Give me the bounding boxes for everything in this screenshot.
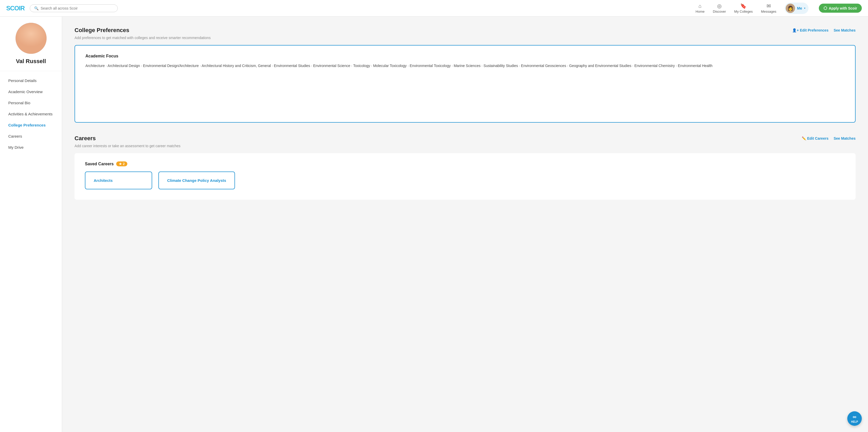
edit-preferences-icon: 👤+ bbox=[792, 28, 799, 32]
careers-subtitle: Add career interests or take an assessme… bbox=[74, 144, 856, 148]
profile-name: Val Russell bbox=[16, 58, 46, 65]
avatar: 👩 bbox=[786, 4, 795, 13]
careers-actions: ✏️ Edit Careers See Matches bbox=[802, 136, 856, 140]
home-icon: ⌂ bbox=[699, 3, 702, 9]
college-preferences-subtitle: Add preferences to get matched with coll… bbox=[74, 36, 856, 40]
search-icon: 🔍 bbox=[34, 6, 38, 10]
nav-messages-label: Messages bbox=[761, 9, 776, 13]
page-layout: Val Russell Personal Details Academic Ov… bbox=[0, 16, 868, 432]
search-input[interactable] bbox=[41, 6, 113, 10]
academic-focus-card: Academic Focus Architecture · Architectu… bbox=[74, 45, 856, 123]
main-nav: ⌂ Home ◎ Discover 🔖 My Colleges ✉ Messag… bbox=[695, 3, 809, 14]
college-preferences-title: College Preferences bbox=[74, 27, 129, 34]
sidebar-item-my-drive[interactable]: My Drive bbox=[4, 142, 58, 153]
careers-section: Careers ✏️ Edit Careers See Matches Add … bbox=[74, 135, 856, 200]
edit-careers-link[interactable]: ✏️ Edit Careers bbox=[802, 136, 828, 140]
nav-discover[interactable]: ◎ Discover bbox=[713, 3, 726, 13]
main-content: College Preferences 👤+ Edit Preferences … bbox=[62, 16, 868, 432]
saved-careers-label: Saved Careers bbox=[85, 162, 114, 166]
career-cards-container: Architects Climate Change Policy Analyst… bbox=[85, 171, 845, 189]
sidebar-item-personal-bio[interactable]: Personal Bio bbox=[4, 98, 58, 108]
discover-icon: ◎ bbox=[717, 3, 721, 9]
academic-focus-title: Academic Focus bbox=[85, 54, 845, 59]
career-card-architects[interactable]: Architects bbox=[85, 171, 152, 189]
messages-icon: ✉ bbox=[767, 3, 771, 9]
nav-messages[interactable]: ✉ Messages bbox=[761, 3, 776, 13]
search-bar[interactable]: 🔍 bbox=[30, 4, 118, 12]
sidebar: Val Russell Personal Details Academic Ov… bbox=[0, 16, 62, 432]
sidebar-item-academic-overview[interactable]: Academic Overview bbox=[4, 87, 58, 97]
apply-label: Apply with Scoir bbox=[829, 6, 857, 10]
me-label: Me bbox=[797, 6, 802, 10]
profile-section: Val Russell bbox=[0, 23, 62, 71]
sidebar-item-activities-achievements[interactable]: Activities & Achievements bbox=[4, 109, 58, 119]
nav-home-label: Home bbox=[695, 9, 705, 13]
careers-title: Careers bbox=[74, 135, 96, 142]
edit-preferences-link[interactable]: 👤+ Edit Preferences bbox=[792, 28, 828, 32]
saved-careers-header: Saved Careers ★ 2 bbox=[85, 161, 845, 166]
help-label: HELP bbox=[851, 420, 858, 423]
profile-photo bbox=[16, 23, 46, 54]
college-preferences-header: College Preferences 👤+ Edit Preferences … bbox=[74, 27, 856, 34]
me-menu[interactable]: 👩 Me ▾ bbox=[785, 3, 808, 14]
edit-careers-icon: ✏️ bbox=[802, 136, 806, 140]
chevron-down-icon: ▾ bbox=[804, 7, 805, 9]
my-colleges-icon: 🔖 bbox=[740, 3, 747, 9]
sidebar-navigation: Personal Details Academic Overview Perso… bbox=[0, 75, 62, 153]
saved-careers-badge: ★ 2 bbox=[116, 161, 127, 166]
sidebar-item-personal-details[interactable]: Personal Details bbox=[4, 75, 58, 86]
see-matches-link[interactable]: See Matches bbox=[834, 28, 856, 32]
careers-see-matches-link[interactable]: See Matches bbox=[834, 136, 856, 140]
nav-home[interactable]: ⌂ Home bbox=[695, 3, 705, 13]
careers-content-box: Saved Careers ★ 2 Architects Climate Cha… bbox=[74, 153, 856, 200]
apply-button[interactable]: ⬡ Apply with Scoir bbox=[819, 4, 862, 13]
college-preferences-actions: 👤+ Edit Preferences See Matches bbox=[792, 28, 856, 32]
profile-avatar bbox=[16, 23, 46, 54]
sidebar-item-careers[interactable]: Careers bbox=[4, 131, 58, 141]
college-preferences-section: College Preferences 👤+ Edit Preferences … bbox=[74, 27, 856, 123]
help-button[interactable]: ∞ HELP bbox=[847, 411, 862, 426]
app-header: SCOIR 🔍 ⌂ Home ◎ Discover 🔖 My Colleges … bbox=[0, 0, 868, 16]
academic-focus-text: Architecture · Architectural Design · En… bbox=[85, 63, 845, 69]
apply-icon: ⬡ bbox=[824, 6, 827, 10]
nav-discover-label: Discover bbox=[713, 9, 726, 13]
nav-my-colleges-label: My Colleges bbox=[734, 9, 753, 13]
logo[interactable]: SCOIR bbox=[6, 5, 25, 12]
careers-header: Careers ✏️ Edit Careers See Matches bbox=[74, 135, 856, 142]
career-card-climate-change[interactable]: Climate Change Policy Analysts bbox=[158, 171, 235, 189]
sidebar-item-college-preferences[interactable]: College Preferences bbox=[4, 120, 58, 130]
help-icon: ∞ bbox=[853, 414, 856, 420]
nav-my-colleges[interactable]: 🔖 My Colleges bbox=[734, 3, 753, 13]
